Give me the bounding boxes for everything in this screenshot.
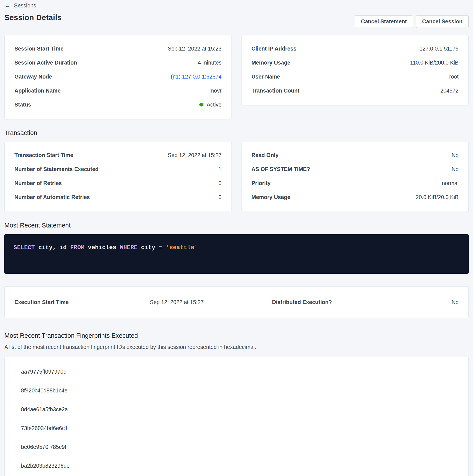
transaction-memory-usage-label: Memory Usage — [252, 194, 291, 200]
application-name-value: movr — [209, 87, 222, 94]
number-of-retries-label: Number of Retries — [15, 180, 62, 186]
read-only-value: No — [452, 152, 458, 158]
back-arrow-icon[interactable]: ← — [4, 2, 11, 9]
row-application-name: Application Name movr — [15, 84, 222, 98]
application-name-label: Application Name — [15, 87, 61, 94]
action-buttons: Cancel Statement Cancel Session — [355, 15, 469, 28]
row-session-active-duration: Session Active Duration 4 minutes — [15, 56, 222, 69]
row-transaction-count: Transaction Count 204572 — [252, 84, 459, 98]
execution-start-time-value: Sep 12, 2022 at 15:27 — [150, 298, 272, 306]
automatic-retries-label: Number of Automatic Retries — [15, 194, 90, 200]
client-ip-value: 127.0.0.1:51175 — [420, 46, 458, 52]
user-name-label: User Name — [252, 73, 280, 80]
status-value: Active — [199, 102, 221, 108]
row-transaction-memory-usage: Memory Usage 20.0 KiB/20.0 KiB — [252, 190, 459, 204]
transaction-count-value: 204572 — [440, 87, 458, 94]
status-label: Status — [15, 102, 31, 108]
most-recent-statement-heading: Most Recent Statement — [4, 221, 469, 229]
session-details-page: ← Sessions Session Details Cancel Statem… — [4, 0, 469, 476]
session-active-duration-value: 4 minutes — [198, 60, 221, 66]
row-session-memory-usage: Memory Usage 110.0 KiB/200.0 KiB — [252, 56, 459, 69]
sql-keyword-from: FROM — [70, 244, 84, 251]
session-memory-usage-value: 110.0 KiB/200.0 KiB — [410, 60, 458, 66]
cancel-session-button[interactable]: Cancel Session — [416, 15, 469, 28]
priority-value: normal — [442, 180, 458, 186]
as-of-system-time-label: AS OF SYSTEM TIME? — [252, 166, 310, 172]
row-session-start-time: Session Start Time Sep 12, 2022 at 15:23 — [15, 42, 222, 56]
sql-text-condition: city = — [137, 244, 166, 251]
statements-executed-label: Number of Statements Executed — [15, 166, 98, 172]
statements-executed-value: 1 — [219, 166, 222, 172]
session-memory-usage-label: Memory Usage — [252, 60, 291, 66]
fingerprints-heading: Most Recent Transaction Fingerprints Exe… — [4, 332, 469, 339]
row-read-only: Read Only No — [252, 148, 459, 162]
page-title: Session Details — [4, 13, 62, 22]
fingerprint-item: 8d4ae61a5fb3ce2a — [21, 400, 458, 419]
execution-card: Execution Start Time Sep 12, 2022 at 15:… — [4, 286, 469, 318]
session-start-time-value: Sep 12, 2022 at 15:23 — [168, 46, 221, 52]
fingerprints-list: aa79775ff097970c 8f920c40d88b1c4e 8d4ae6… — [21, 362, 458, 475]
transaction-count-label: Transaction Count — [252, 87, 299, 94]
sql-string-literal: 'seattle' — [166, 244, 198, 251]
row-as-of-system-time: AS OF SYSTEM TIME? No — [252, 162, 459, 176]
row-statements-executed: Number of Statements Executed 1 — [15, 162, 222, 176]
row-number-of-retries: Number of Retries 0 — [15, 176, 222, 190]
fingerprint-item: 8f920c40d88b1c4e — [21, 381, 458, 400]
sql-keyword-where: WHERE — [120, 244, 137, 251]
sql-text-columns: city, id — [35, 244, 70, 251]
fingerprint-item: aa79775ff097970c — [21, 362, 458, 381]
fingerprint-item: 73fe26034bd6e6c1 — [21, 419, 458, 438]
gateway-node-label: Gateway Node — [15, 73, 52, 80]
distributed-execution-label: Distributed Execution? — [272, 298, 383, 306]
transaction-card-right: Read Only No AS OF SYSTEM TIME? No Prior… — [242, 142, 469, 212]
fingerprints-card: aa79775ff097970c 8f920c40d88b1c4e 8d4ae6… — [4, 357, 469, 476]
automatic-retries-value: 0 — [219, 194, 222, 200]
sql-statement-block: SELECT city, id FROM vehicles WHERE city… — [4, 234, 469, 274]
fingerprint-item: ba2b203b823296de — [21, 456, 458, 475]
user-name-value: root — [449, 73, 458, 80]
transaction-section-heading: Transaction — [4, 129, 469, 136]
breadcrumb[interactable]: ← Sessions — [4, 2, 469, 9]
row-automatic-retries: Number of Automatic Retries 0 — [15, 190, 222, 204]
priority-label: Priority — [252, 180, 271, 186]
fingerprint-item: be06e9570f785c9f — [21, 438, 458, 456]
row-user-name: User Name root — [252, 69, 459, 84]
number-of-retries-value: 0 — [219, 180, 222, 186]
session-summary-grid: Session Start Time Sep 12, 2022 at 15:23… — [4, 35, 469, 119]
session-info-card-right: Client IP Address 127.0.0.1:51175 Memory… — [242, 35, 469, 105]
status-text: Active — [207, 102, 221, 108]
session-start-time-label: Session Start Time — [15, 46, 64, 52]
row-client-ip: Client IP Address 127.0.0.1:51175 — [252, 42, 459, 56]
row-priority: Priority normal — [252, 176, 459, 190]
title-row: Session Details Cancel Statement Cancel … — [4, 13, 469, 28]
session-info-card-left: Session Start Time Sep 12, 2022 at 15:23… — [4, 35, 232, 119]
transaction-start-time-value: Sep 12, 2022 at 15:27 — [168, 152, 221, 158]
execution-start-time-label: Execution Start Time — [15, 298, 150, 306]
fingerprints-description: A list of the most recent transaction fi… — [4, 344, 469, 350]
distributed-execution-value: No — [383, 298, 458, 306]
row-transaction-start-time: Transaction Start Time Sep 12, 2022 at 1… — [15, 148, 222, 162]
as-of-system-time-value: No — [452, 166, 458, 172]
sql-keyword-select: SELECT — [14, 244, 35, 251]
row-status: Status Active — [15, 98, 222, 112]
read-only-label: Read Only — [252, 152, 279, 158]
transaction-card-left: Transaction Start Time Sep 12, 2022 at 1… — [4, 142, 232, 212]
gateway-node-link[interactable]: (n1) 127.0.0.1:62674 — [171, 73, 221, 80]
session-active-duration-label: Session Active Duration — [15, 60, 77, 66]
sql-text-table: vehicles — [84, 244, 120, 251]
breadcrumb-sessions-link[interactable]: Sessions — [14, 2, 36, 9]
transaction-memory-usage-value: 20.0 KiB/20.0 KiB — [416, 194, 458, 200]
status-active-dot-icon — [199, 103, 203, 106]
client-ip-label: Client IP Address — [252, 46, 297, 52]
transaction-start-time-label: Transaction Start Time — [15, 152, 73, 158]
row-gateway-node: Gateway Node (n1) 127.0.0.1:62674 — [15, 69, 222, 84]
transaction-grid: Transaction Start Time Sep 12, 2022 at 1… — [4, 142, 469, 212]
cancel-statement-button[interactable]: Cancel Statement — [355, 15, 413, 28]
